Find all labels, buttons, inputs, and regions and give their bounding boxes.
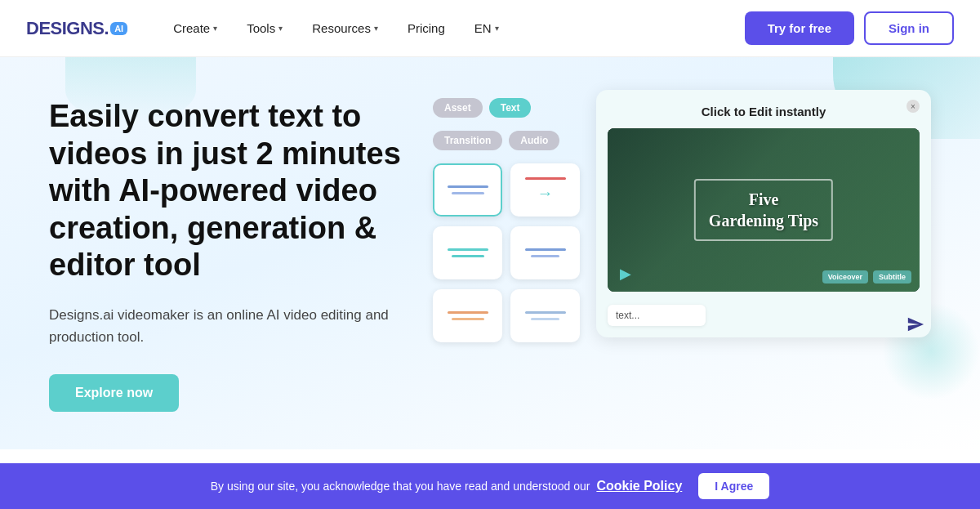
line	[448, 311, 488, 314]
line	[525, 248, 566, 251]
cookie-agree-button[interactable]: I Agree	[698, 473, 769, 499]
template-panel: Asset Text Transition Audio →	[425, 98, 588, 342]
hero-description: Designs.ai videomaker is an online AI vi…	[49, 304, 392, 348]
line	[448, 185, 488, 188]
nav-language-selector[interactable]: EN ▾	[465, 15, 509, 42]
cookie-policy-link[interactable]: Cookie Policy	[596, 479, 682, 493]
explore-button[interactable]: Explore now	[49, 374, 179, 412]
video-overlay-text: Five Gardening Tips	[694, 179, 833, 241]
tag-audio[interactable]: Audio	[509, 131, 559, 150]
template-card-lines	[448, 311, 488, 320]
template-card[interactable]	[510, 289, 580, 342]
line	[452, 192, 484, 194]
close-icon[interactable]: ×	[906, 100, 920, 113]
hero-content-left: Easily convert text to videos in just 2 …	[49, 90, 425, 412]
chevron-down-icon: ▾	[278, 24, 283, 33]
text-placeholder: text...	[616, 310, 639, 321]
line	[531, 255, 559, 257]
video-preview[interactable]: Five Gardening Tips ▶ Voiceover Subtitle	[608, 128, 920, 292]
tag-text[interactable]: Text	[489, 98, 532, 118]
arrow-icon: →	[537, 184, 554, 203]
decorative-blob-tl	[65, 57, 196, 123]
template-row-3	[433, 289, 580, 342]
nav-item-pricing[interactable]: Pricing	[394, 15, 458, 42]
video-title-overlay: Five Gardening Tips	[694, 179, 833, 241]
editor-panel: × Click to Edit instantly Five Gardening…	[596, 90, 931, 337]
editor-title: Click to Edit instantly	[608, 105, 920, 118]
nav-item-tools-label: Tools	[247, 21, 275, 35]
navbar: DESIGNS.AI Create ▾ Tools ▾ Resources ▾ …	[0, 0, 980, 57]
sign-in-button[interactable]: Sign in	[864, 11, 954, 45]
logo[interactable]: DESIGNS.AI	[26, 18, 127, 39]
try-for-free-button[interactable]: Try for free	[745, 11, 854, 45]
logo-ai-badge: AI	[110, 22, 127, 35]
nav-actions: Try for free Sign in	[745, 11, 954, 45]
logo-text: DESIGNS.	[26, 18, 109, 39]
template-card[interactable]: →	[510, 163, 580, 217]
video-badges: Voiceover Subtitle	[822, 270, 911, 284]
template-tags: Asset Text	[433, 98, 580, 118]
nav-links: Create ▾ Tools ▾ Resources ▾ Pricing EN …	[160, 15, 737, 42]
nav-item-create[interactable]: Create ▾	[160, 15, 230, 42]
line	[525, 177, 566, 180]
voiceover-badge: Voiceover	[822, 270, 868, 284]
line	[448, 248, 488, 251]
template-card-lines	[448, 248, 488, 257]
nav-item-resources-label: Resources	[312, 21, 371, 35]
chevron-down-icon: ▾	[374, 24, 378, 33]
template-card[interactable]	[433, 163, 502, 217]
line	[531, 318, 559, 320]
cookie-message: By using our site, you acknowledge that …	[211, 480, 590, 493]
template-card-lines	[525, 311, 566, 320]
template-tags-row2: Transition Audio	[433, 131, 580, 150]
template-card-lines: →	[525, 177, 566, 203]
send-icon[interactable]	[906, 315, 924, 337]
template-card[interactable]	[510, 226, 580, 279]
tag-transition[interactable]: Transition	[433, 131, 502, 150]
template-card-lines	[525, 248, 566, 257]
chevron-down-icon: ▾	[213, 24, 217, 33]
nav-item-tools[interactable]: Tools ▾	[234, 15, 296, 42]
subtitle-badge: Subtitle	[873, 270, 911, 284]
hero-title: Easily convert text to videos in just 2 …	[49, 98, 425, 284]
play-button[interactable]: ▶	[616, 264, 635, 284]
line	[525, 311, 566, 314]
line	[452, 318, 484, 320]
hero-section: Easily convert text to videos in just 2 …	[0, 57, 980, 449]
template-card[interactable]	[433, 289, 502, 342]
editor-window: × Click to Edit instantly Five Gardening…	[596, 90, 931, 337]
template-card[interactable]	[433, 226, 502, 279]
line	[452, 255, 484, 257]
template-row-2	[433, 226, 580, 279]
chevron-down-icon: ▾	[495, 24, 499, 33]
nav-item-create-label: Create	[173, 21, 210, 35]
text-input-bar[interactable]: text...	[608, 305, 706, 326]
nav-item-resources[interactable]: Resources ▾	[299, 15, 391, 42]
template-row-1: →	[433, 163, 580, 217]
template-card-lines	[448, 185, 488, 194]
tag-asset[interactable]: Asset	[433, 98, 483, 118]
play-icon: ▶	[620, 265, 631, 283]
cookie-bar: By using our site, you acknowledge that …	[0, 463, 980, 509]
